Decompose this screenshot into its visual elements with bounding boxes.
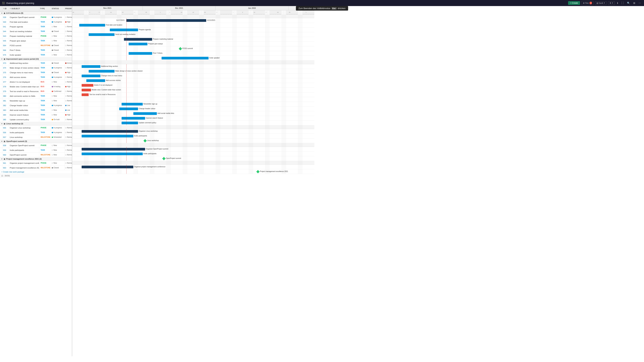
row-subject[interactable]: Text too small to read in Resources [9,89,39,94]
group-header-1[interactable]: ▼ ▣ Improvement open source portal (13) [0,57,72,61]
row-subject[interactable]: Project management excellence 2021 [9,166,39,170]
gantt-button[interactable]: ▤ Gantt ▼ [595,1,607,5]
table-row[interactable]: 541 Prepare agenda TASK New Normal - [0,24,72,29]
create-package-link[interactable]: + Create new work package [0,170,72,174]
table-row[interactable]: 557 Linux workshop MILESTONE Scheduled N… [0,135,72,140]
grid-button[interactable]: ⊞ [632,1,636,5]
row-id[interactable]: 544 [2,29,9,34]
row-subject[interactable]: Organize OpenProject summit [9,15,39,20]
row-subject[interactable]: Invite participants [9,130,39,135]
row-subject[interactable]: Additional blog section [9,61,39,65]
row-subject[interactable]: Mobile view: Content wider than screen [9,84,39,89]
row-id[interactable]: 558 [2,143,9,148]
row-id[interactable]: 564 [2,43,9,48]
row-id[interactable]: 383 [2,108,9,112]
table-row[interactable]: 385 Update comment policy TASK On hold N… [0,117,72,122]
table-row[interactable]: 384 Improve search feature TASK New High… [0,112,72,117]
table-row[interactable]: 383 Add social media links TASK New Low … [0,108,72,112]
table-row[interactable]: 544 Send out meeting invitation TASK Clo… [0,29,72,34]
table-row[interactable]: 563 Project management excellence 2021 M… [0,166,72,170]
row-subject[interactable]: OpenProject summit [9,152,39,157]
row-id[interactable]: 575 [2,52,9,57]
row-id[interactable]: 381 [2,98,9,103]
table-row[interactable]: 381 Newsletter sign-up TASK New Normal R… [0,98,72,103]
row-subject[interactable]: FOSS summit [9,43,39,48]
th-id[interactable]: ⇅ ID [2,6,9,11]
table-row[interactable]: 555 Organize Linux workshop PHASE In pro… [0,126,72,130]
row-subject[interactable]: Add comments section to Skills [9,94,39,98]
row-subject[interactable]: Add success stories [9,75,39,80]
row-id[interactable]: 545 [2,38,9,43]
row-id[interactable]: 377 [2,80,9,84]
table-row[interactable]: 561 Organize project management conferen… [0,161,72,166]
table-row[interactable]: 560 OpenProject summit MILESTONE New Nor… [0,152,72,157]
row-subject[interactable]: Prepare agenda [9,24,39,29]
table-row[interactable]: 558 Organize OpenProject summit PHASE Ne… [0,143,72,148]
row-id[interactable]: 557 [2,135,9,140]
filter-button[interactable]: ⊞ Filter 2 [581,1,594,5]
row-id[interactable]: 375 [2,70,9,75]
table-row[interactable]: 556 Invite participants TASK In progress… [0,130,72,135]
table-row[interactable]: 379 Text too small to read in Resources … [0,89,72,94]
more-button[interactable]: ⋯ [638,1,642,5]
row-subject[interactable]: Change menu to maxi menu [9,70,39,75]
th-subject[interactable]: ⇅ SUBJECT [9,6,39,11]
th-type[interactable]: TYPE [39,6,51,11]
info-button[interactable]: ℹ [616,1,619,5]
expand-button[interactable]: ⛶ [620,1,625,5]
row-id[interactable]: 556 [2,130,9,135]
row-id[interactable]: 561 [2,161,9,165]
table-row[interactable]: 375 Change menu to maxi menu TASK Closed… [0,70,72,75]
table-row[interactable]: 376 Add success stories TASK In progress… [0,75,72,80]
table-row[interactable]: 377 Article X is not displayed BUG New N… [0,80,72,84]
row-id[interactable]: 376 [2,75,9,80]
create-button[interactable]: + Create [568,1,580,5]
row-subject[interactable]: Organize Linux workshop [9,126,39,130]
search-button[interactable]: 🔍 [626,1,631,5]
row-subject[interactable]: Organize project management conference [9,161,39,165]
row-subject[interactable]: Invite speaker [9,52,39,57]
row-subject[interactable]: Prepare marketing material [9,34,39,38]
row-subject[interactable]: Print T-Shirts [9,48,39,52]
row-id[interactable]: 385 [2,117,9,122]
row-id[interactable]: 378 [2,84,9,89]
table-row[interactable]: 380 Add comments section to Skills TASK … [0,94,72,98]
row-id[interactable]: 540 [2,20,9,24]
table-row[interactable]: 559 Invite participants TASK New Normal … [0,148,72,152]
group-header-2[interactable]: ▼ ▣ Linux workshop (3) [0,122,72,126]
row-id[interactable]: 566 [2,48,9,52]
row-id[interactable]: 374 [2,66,9,70]
row-subject[interactable]: Invite participants [9,148,39,152]
table-row[interactable]: 374 Make design of news section cleaner … [0,66,72,70]
group-header-0[interactable]: ▼ ▣ 2.0 Conferences (9) [0,12,72,15]
row-subject[interactable]: Find date and location [9,20,39,24]
row-id[interactable]: 373 [2,61,9,65]
row-subject[interactable]: Change header colour [9,103,39,108]
row-subject[interactable]: Update comment policy [9,117,39,122]
row-id[interactable]: 380 [2,94,9,98]
row-subject[interactable]: Improve search feature [9,112,39,117]
row-id[interactable]: 560 [2,152,9,157]
table-row[interactable]: 564 FOSS summit MILESTONE Closed Normal … [0,43,72,48]
row-subject[interactable]: Prepare give aways [9,38,39,43]
th-priority[interactable]: PRIORITY [64,6,72,11]
table-row[interactable]: 378 Mobile view: Content wider than scre… [0,84,72,89]
table-row[interactable]: 545 Prepare give aways TASK New Normal - [0,38,72,43]
row-id[interactable]: 541 [2,24,9,29]
row-id[interactable]: 563 [2,166,9,170]
table-row[interactable]: 539 Organize OpenProject summit PHASE In… [0,15,72,20]
row-id[interactable]: 559 [2,148,9,152]
row-id[interactable]: 555 [2,126,9,130]
row-subject[interactable]: Make design of news section cleaner [9,66,39,70]
group-header-4[interactable]: ▼ ▣ Project management excellence 2021 (… [0,157,72,161]
row-id[interactable]: 384 [2,112,9,117]
row-subject[interactable]: Article X is not displayed [9,80,39,84]
group-header-3[interactable]: ▼ ▣ OpenProject summit (3) [0,140,72,143]
row-id[interactable]: 539 [2,15,9,20]
settings-button[interactable]: ⚙ ▼ [608,1,615,5]
row-subject[interactable]: Newsletter sign-up [9,98,39,103]
row-subject[interactable]: Organize OpenProject summit [9,143,39,148]
row-subject[interactable]: Add social media links [9,108,39,112]
row-id[interactable]: 543 [2,34,9,38]
table-row[interactable]: 543 Prepare marketing material PHASE New… [0,34,72,38]
